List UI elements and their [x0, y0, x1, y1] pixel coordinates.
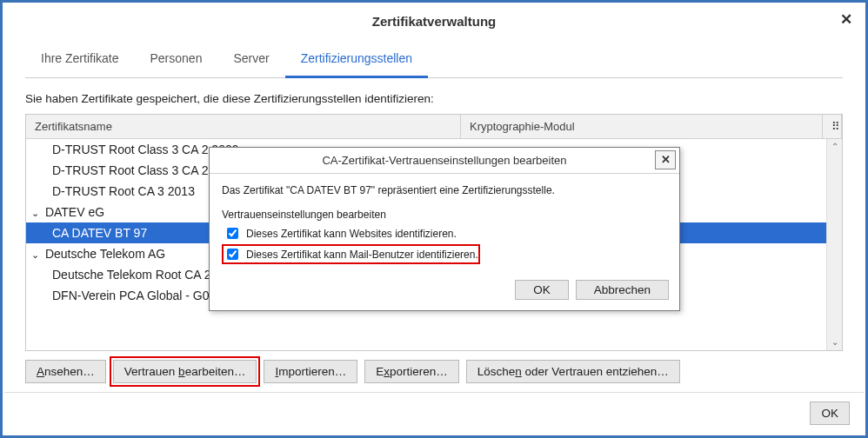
view-button[interactable]: Ansehen…	[25, 360, 106, 383]
tab-people[interactable]: Personen	[134, 43, 217, 78]
checkbox-label: Dieses Zertifikat kann Mail-Benutzer ide…	[246, 249, 478, 261]
dialog-section-label: Vertrauenseinstellungen bearbeiten	[222, 209, 667, 221]
window-close-icon[interactable]: ✕	[838, 11, 855, 29]
hint-text: Sie haben Zertifikate gespeichert, die d…	[25, 92, 843, 105]
checkbox-input[interactable]	[227, 228, 238, 239]
window-titlebar: Zertifikatverwaltung ✕	[4, 4, 864, 37]
col-name[interactable]: Zertifikatsname	[26, 115, 461, 138]
group-label: DATEV eG	[45, 205, 104, 219]
tab-your-certs[interactable]: Ihre Zertifikate	[25, 43, 134, 78]
tabs: Ihre Zertifikate Personen Server Zertifi…	[25, 43, 843, 78]
scroll-down-icon[interactable]: ⌄	[827, 335, 842, 350]
col-menu-icon[interactable]: ⠿	[823, 115, 842, 138]
dialog-close-icon[interactable]: ✕	[655, 150, 676, 169]
ok-button[interactable]: OK	[810, 402, 850, 425]
dialog-intro: Das Zertifikat "CA DATEV BT 97" repräsen…	[222, 184, 667, 196]
dialog-title: CA-Zertifikat-Vertrauenseinstellungen be…	[322, 154, 566, 167]
checkbox-identify-websites[interactable]: Dieses Zertifikat kann Websites identifi…	[222, 224, 667, 242]
checkbox-identify-mail-users[interactable]: Dieses Zertifikat kann Mail-Benutzer ide…	[222, 244, 480, 264]
tab-authorities[interactable]: Zertifizierungsstellen	[285, 43, 428, 78]
tab-servers[interactable]: Server	[217, 43, 284, 78]
delete-button[interactable]: Löschen oder Vertrauen entziehen…	[466, 360, 680, 383]
checkbox-label: Dieses Zertifikat kann Websites identifi…	[246, 228, 457, 240]
col-module[interactable]: Kryptographie-Modul	[461, 115, 823, 138]
scrollbar[interactable]: ⌃ ⌄	[826, 139, 842, 350]
export-button[interactable]: Exportieren…	[364, 360, 459, 383]
dialog-cancel-button[interactable]: Abbrechen	[576, 280, 669, 300]
edit-trust-button[interactable]: Vertrauen bearbeiten…	[113, 360, 257, 383]
window-title: Zertifikatverwaltung	[372, 14, 497, 29]
dialog-ok-button[interactable]: OK	[515, 280, 569, 300]
chevron-down-icon: ⌄	[31, 208, 40, 219]
group-label: Deutsche Telekom AG	[45, 247, 165, 261]
chevron-down-icon: ⌄	[31, 249, 40, 261]
checkbox-input[interactable]	[227, 249, 238, 260]
trust-settings-dialog: CA-Zertifikat-Vertrauenseinstellungen be…	[209, 147, 680, 311]
scroll-up-icon[interactable]: ⌃	[827, 139, 842, 155]
import-button[interactable]: Importieren…	[264, 360, 357, 383]
